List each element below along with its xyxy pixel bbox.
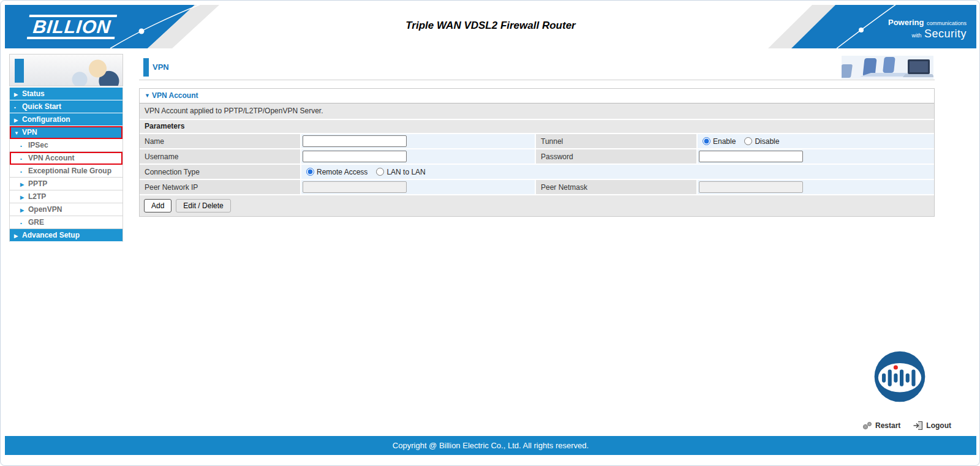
peer-netmask-label: Peer Netmask — [536, 180, 696, 194]
section-header[interactable]: ▼VPN Account — [140, 89, 934, 103]
sidebar-item-label: VPN Account — [28, 154, 75, 162]
sidebar-item-configuration[interactable]: ▶Configuration — [10, 113, 123, 126]
tunnel-enable-label: Enable — [713, 137, 736, 146]
bullet-icon: • — [20, 165, 26, 178]
connection-type-label: Connection Type — [140, 165, 300, 179]
arrow-right-icon: ▶ — [14, 230, 20, 242]
sidebar-photo — [9, 54, 123, 86]
remote-access-radio[interactable] — [306, 168, 314, 176]
sidebar-item-vpn-account[interactable]: •VPN Account — [10, 152, 123, 165]
name-input[interactable] — [303, 135, 407, 147]
logout-button[interactable]: Logout — [913, 421, 951, 430]
billion-globe-logo — [873, 350, 927, 404]
section-description: VPN Account applied to PPTP/L2TP/OpenVPN… — [140, 103, 934, 120]
collapse-triangle-icon: ▼ — [145, 89, 150, 103]
arrow-down-icon: ▼ — [14, 127, 20, 140]
bullet-icon: • — [20, 140, 26, 152]
peer-network-ip-label: Peer Network IP — [140, 180, 300, 194]
logout-label: Logout — [926, 421, 951, 430]
sidebar-item-label: OpenVPN — [28, 205, 62, 214]
form-row-connection-type: Connection Type Remote Access LAN to LAN — [140, 165, 934, 180]
sidebar-item-label: Exceptional Rule Group — [28, 167, 111, 175]
sidebar-photo-accent-bar — [15, 59, 24, 83]
sidebar-item-label: Advanced Setup — [22, 231, 80, 239]
sidebar-item-label: VPN — [22, 128, 37, 137]
sidebar-item-pptp[interactable]: ▶PPTP — [10, 178, 123, 190]
logout-door-icon — [913, 421, 924, 430]
tunnel-enable-radio[interactable] — [703, 137, 710, 145]
brand-tagline: Powering communications with Security — [888, 16, 967, 41]
bullet-icon: • — [14, 101, 20, 114]
tagline-communications: communications — [927, 20, 967, 26]
username-input[interactable] — [303, 151, 407, 162]
password-label: Password — [536, 149, 696, 163]
remote-access-option[interactable]: Remote Access — [306, 168, 368, 176]
name-label: Name — [140, 134, 300, 148]
copyright-text: Copyright @ Billion Electric Co., Ltd. A… — [393, 441, 589, 450]
tunnel-value-cell: Enable Disable — [698, 134, 934, 148]
bullet-icon: • — [20, 217, 26, 230]
sidebar-item-status[interactable]: ▶Status — [10, 88, 123, 100]
lan-to-lan-radio[interactable] — [376, 168, 384, 176]
tunnel-label: Tunnel — [536, 134, 696, 148]
form-button-row: Add Edit / Delete — [140, 195, 934, 216]
page-title: VPN — [153, 62, 169, 72]
sidebar-item-label: Status — [22, 89, 45, 98]
peer-network-ip-value-cell — [301, 180, 535, 194]
peer-netmask-value-cell — [698, 180, 934, 194]
sidebar-item-label: L2TP — [28, 192, 46, 201]
bullet-icon: • — [20, 152, 26, 165]
form-row-peer: Peer Network IP Peer Netmask — [140, 180, 934, 195]
office-decoration-image — [842, 56, 933, 79]
username-label: Username — [140, 149, 300, 163]
sidebar-item-label: Configuration — [22, 115, 70, 124]
connection-type-value-cell: Remote Access LAN to LAN — [301, 165, 934, 179]
name-value-cell — [301, 134, 535, 148]
footer-bar: Copyright @ Billion Electric Co., Ltd. A… — [5, 436, 976, 455]
tagline-with: with — [912, 32, 922, 39]
title-accent-bar — [143, 58, 149, 77]
parameters-heading: Parameters — [140, 120, 934, 134]
vpn-account-panel: ▼VPN Account VPN Account applied to PPTP… — [139, 88, 935, 217]
password-value-cell — [698, 149, 934, 163]
remote-access-label: Remote Access — [317, 168, 368, 176]
sidebar-item-label: GRE — [28, 218, 44, 227]
sidebar-item-quick-start[interactable]: •Quick Start — [10, 100, 123, 113]
arrow-right-icon: ▶ — [14, 88, 20, 101]
router-model-title: Triple WAN VDSL2 Firewall Router — [5, 20, 976, 32]
edit-delete-button[interactable]: Edit / Delete — [176, 199, 230, 212]
lan-to-lan-option[interactable]: LAN to LAN — [376, 168, 425, 176]
section-title: VPN Account — [152, 91, 198, 100]
sidebar-item-gre[interactable]: •GRE — [10, 216, 123, 229]
sidebar-item-exceptional-rule-group[interactable]: •Exceptional Rule Group — [10, 165, 123, 178]
arrow-right-icon: ▶ — [20, 204, 26, 217]
header-banner: BILLION Triple WAN VDSL2 Firewall Router… — [5, 5, 976, 48]
sidebar-item-openvpn[interactable]: ▶OpenVPN — [10, 203, 123, 216]
tunnel-disable-radio[interactable] — [744, 137, 752, 145]
restart-button[interactable]: Restart — [862, 421, 900, 430]
sidebar-item-ipsec[interactable]: •IPSec — [10, 139, 123, 152]
sidebar-item-label: IPSec — [28, 141, 48, 149]
arrow-right-icon: ▶ — [20, 178, 26, 191]
sidebar-item-vpn[interactable]: ▼VPN — [10, 126, 123, 139]
password-input[interactable] — [699, 151, 803, 162]
arrow-right-icon: ▶ — [20, 191, 26, 204]
tunnel-disable-option[interactable]: Disable — [744, 137, 779, 146]
sidebar-item-advanced-setup[interactable]: ▶Advanced Setup — [10, 229, 123, 242]
peer-network-ip-input — [303, 181, 407, 193]
arrow-right-icon: ▶ — [14, 114, 20, 127]
tunnel-disable-label: Disable — [755, 137, 779, 146]
sidebar-item-l2tp[interactable]: ▶L2TP — [10, 190, 123, 203]
peer-netmask-input — [699, 181, 803, 193]
tagline-security: Security — [924, 28, 967, 40]
content-title-bar: VPN — [139, 54, 935, 80]
tunnel-enable-option[interactable]: Enable — [703, 137, 736, 146]
sidebar-item-label: PPTP — [28, 179, 47, 188]
tagline-powering: Powering — [888, 18, 924, 27]
form-row-username-password: Username Password — [140, 149, 934, 165]
router-admin-page: BILLION Triple WAN VDSL2 Firewall Router… — [0, 0, 980, 466]
lan-to-lan-label: LAN to LAN — [386, 168, 425, 176]
gears-icon — [862, 421, 873, 430]
sidebar-menu: ▶Status •Quick Start ▶Configuration ▼VPN… — [9, 88, 123, 242]
add-button[interactable]: Add — [144, 199, 172, 212]
